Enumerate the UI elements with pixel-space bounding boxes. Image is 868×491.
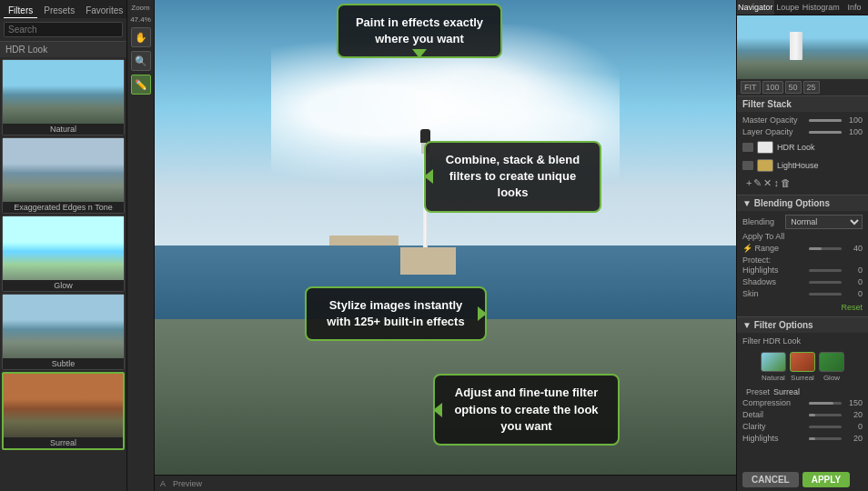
glow-thumb	[819, 352, 844, 372]
layer-opacity-row: Layer Opacity 100	[742, 127, 863, 136]
canvas-area: Paint in effects exactly where you want …	[155, 0, 736, 491]
filter-visibility-lighthouse[interactable]	[742, 161, 753, 170]
filter-options-content: Filter HDR Look Natural Surreal Glow Pre…	[737, 333, 868, 449]
zoom-tool-button[interactable]: 🔍	[131, 51, 151, 71]
zoom-label: Zoom	[131, 4, 149, 12]
preset-label: Natural	[3, 124, 124, 135]
brush-tool-button[interactable]: ✏️	[131, 75, 151, 95]
filter-icon-row: Natural Surreal Glow	[742, 348, 863, 386]
right-panel-tabs: Navigator Loupe Histogram Info	[737, 0, 868, 15]
tab-navigator[interactable]: Navigator	[737, 0, 774, 15]
filter-stack-content: Master Opacity 100 Layer Opacity 100 HDR…	[737, 112, 868, 195]
preset-group-header: HDR Look	[0, 41, 126, 57]
search-bar	[0, 18, 126, 41]
surreal-thumb	[790, 352, 815, 372]
search-input[interactable]	[4, 22, 123, 37]
layer-opacity-slider[interactable]	[809, 131, 842, 134]
filter-stack-header[interactable]: Filter Stack	[737, 95, 868, 112]
protect-label: Protect:	[742, 256, 863, 265]
blending-label: Blending	[742, 217, 782, 226]
shadows-slider[interactable]	[809, 281, 842, 284]
clarity-slider[interactable]	[809, 426, 842, 428]
shadows-label: Shadows	[742, 277, 806, 286]
tab-loupe[interactable]: Loupe	[774, 0, 802, 15]
preset-label: Subtle	[3, 358, 124, 369]
range-label: ⚡ Range	[742, 244, 806, 253]
filter-options-header[interactable]: ▼ Filter Options	[737, 316, 868, 333]
layer-opacity-value: 100	[844, 127, 863, 136]
shadows-row: Shadows 0	[742, 277, 863, 286]
bottom-action-buttons: CANCEL APPLY	[737, 468, 868, 491]
callout-top: Paint in effects exactly where you want	[337, 4, 502, 58]
range-value: 40	[844, 244, 863, 253]
add-filter-button[interactable]: +	[746, 177, 752, 189]
app-container: Filters Presets Favorites HDR Look Natur…	[0, 0, 868, 491]
filter-item-hdr: HDR Look	[742, 139, 863, 155]
master-opacity-slider[interactable]	[809, 119, 842, 122]
shadows-value: 0	[844, 277, 863, 286]
list-item[interactable]: Subtle	[2, 294, 125, 370]
hand-tool-button[interactable]: ✋	[131, 27, 151, 47]
skin-row: Skin 0	[742, 289, 863, 298]
bottom-bar: A Preview	[155, 475, 736, 491]
master-opacity-value: 100	[844, 115, 863, 125]
filter-item-lighthouse: LightHouse	[742, 157, 863, 174]
nav-50-button[interactable]: 50	[785, 81, 802, 94]
skin-label: Skin	[742, 289, 806, 298]
compression-label: Compression	[742, 398, 806, 407]
apply-button[interactable]: APPLY	[802, 472, 850, 487]
list-item[interactable]: Surreal	[2, 372, 125, 450]
list-item[interactable]: Natural	[2, 59, 125, 135]
nav-fit-button[interactable]: FIT	[741, 81, 761, 94]
edit-filter-button[interactable]: ✎	[753, 177, 762, 189]
nav-25-button[interactable]: 25	[803, 81, 820, 94]
tab-presets[interactable]: Presets	[39, 4, 79, 18]
master-opacity-label: Master Opacity	[742, 115, 806, 125]
skin-slider[interactable]	[809, 293, 842, 296]
highlights-row: Highlights 0	[742, 266, 863, 275]
right-panel: Navigator Loupe Histogram Info FIT 100 5…	[736, 0, 868, 491]
filter-icon-surreal[interactable]: Surreal	[790, 352, 815, 382]
bottom-letter: A	[160, 479, 166, 488]
tab-histogram[interactable]: Histogram	[802, 0, 841, 15]
filter-icon-glow[interactable]: Glow	[819, 352, 844, 382]
filter-icon-natural[interactable]: Natural	[761, 352, 786, 382]
list-item[interactable]: Glow	[2, 215, 125, 292]
preset-label: Glow	[3, 280, 124, 291]
highlights-value: 0	[844, 266, 863, 275]
surreal-icon-label: Surreal	[791, 374, 814, 382]
tab-info[interactable]: Info	[841, 0, 868, 15]
move-filter-button[interactable]: ↕	[773, 177, 779, 189]
filter-visibility-hdr[interactable]	[742, 143, 753, 152]
preview-label: Preview	[173, 479, 202, 488]
tab-favorites[interactable]: Favorites	[81, 4, 127, 18]
filter-name-lighthouse: LightHouse	[777, 161, 863, 170]
skin-value: 0	[844, 289, 863, 298]
fo-highlights-slider[interactable]	[809, 437, 842, 440]
range-slider[interactable]	[809, 247, 842, 250]
natural-thumb	[761, 352, 786, 372]
blending-select[interactable]: Normal	[785, 215, 863, 229]
trash-filter-button[interactable]: 🗑	[781, 177, 791, 189]
nav-100-button[interactable]: 100	[762, 81, 783, 94]
clarity-row: Clarity 0	[742, 422, 863, 431]
filter-color-lighthouse	[757, 159, 773, 172]
detail-value: 20	[844, 410, 863, 419]
preset-grid: Natural Exaggerated Edges n Tone Glow Su…	[0, 57, 126, 491]
delete-filter-button[interactable]: ✕	[763, 177, 772, 189]
cancel-button[interactable]: CANCEL	[742, 472, 799, 487]
detail-label: Detail	[742, 410, 806, 419]
tab-filters[interactable]: Filters	[4, 4, 37, 18]
left-panel: Filters Presets Favorites HDR Look Natur…	[0, 0, 127, 491]
compression-slider[interactable]	[809, 402, 842, 405]
blending-options-header[interactable]: ▼ Blending Options	[737, 195, 868, 211]
detail-slider[interactable]	[809, 414, 842, 416]
highlights-slider[interactable]	[809, 269, 842, 272]
highlights-label: Highlights	[742, 266, 806, 275]
list-item[interactable]: Exaggerated Edges n Tone	[2, 137, 125, 214]
filter-options-title: Filter HDR Look	[742, 336, 863, 346]
toolbar: Zoom 47.4% ✋ 🔍 ✏️	[127, 0, 155, 491]
fo-highlights-label: Highlights	[742, 434, 806, 443]
reset-button[interactable]: Reset	[841, 303, 863, 312]
detail-row: Detail 20	[742, 410, 863, 419]
